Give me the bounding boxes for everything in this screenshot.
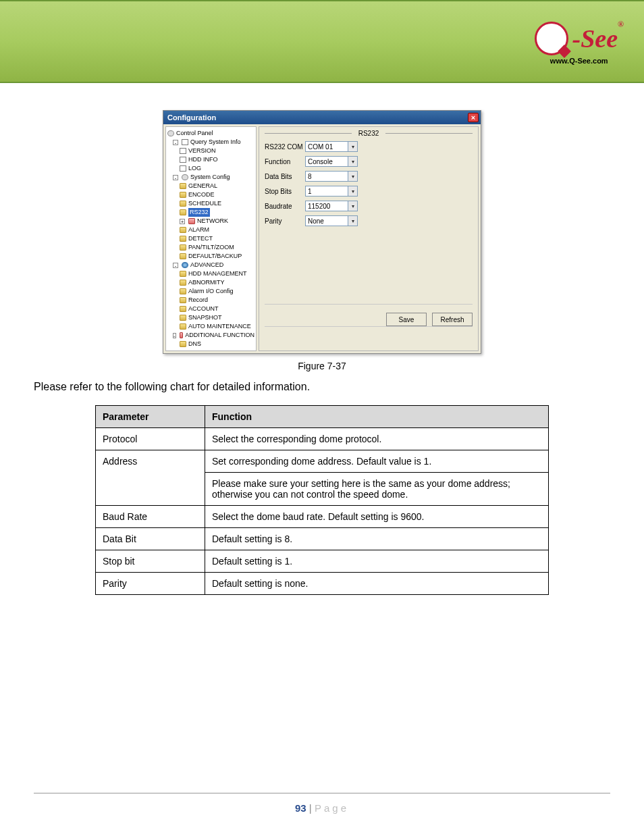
q-logo-icon <box>535 22 568 55</box>
header-band: -See® www.Q-See.com <box>0 0 644 83</box>
tree-item[interactable]: DEFAULT/BACKUP <box>180 252 254 261</box>
tree-item-label: SCHEDULE <box>188 199 221 208</box>
rs232-com-select[interactable]: COM 01 ▾ <box>305 141 358 152</box>
tree-item[interactable]: DETECT <box>180 234 254 243</box>
tree-item-label: ADDITIONAL FUNCTION <box>185 331 254 340</box>
parameter-table: Parameter Function Protocol Select the c… <box>95 405 549 595</box>
tree-item[interactable]: ABNORMITY <box>180 278 254 287</box>
tree-item[interactable]: VERSION <box>180 147 254 155</box>
nav-tree[interactable]: Control Panel -Query System InfoVERSIONH… <box>165 126 257 351</box>
tree-item-label: RS232 <box>188 208 210 217</box>
tree-item[interactable]: -ADVANCED <box>173 261 254 269</box>
folder-icon <box>180 244 186 251</box>
tree-item[interactable]: Record <box>180 296 254 305</box>
table-header-parameter: Parameter <box>96 406 205 428</box>
parity-select[interactable]: None ▾ <box>305 215 358 226</box>
panel-group-title: RS232 <box>352 130 386 137</box>
tree-item[interactable]: AUTO MAINTENANCE <box>180 322 254 331</box>
collapse-icon[interactable]: - <box>173 175 178 180</box>
tree-item[interactable]: LOG <box>180 164 254 173</box>
folder-icon <box>180 192 186 198</box>
tree-item-label: SNAPSHOT <box>188 313 222 322</box>
table-row: Stop bit Default setting is 1. <box>96 550 549 573</box>
collapse-icon[interactable]: - <box>173 140 178 145</box>
folder-icon <box>180 323 186 330</box>
function-select[interactable]: Console ▾ <box>305 156 358 167</box>
tree-item[interactable]: Alarm I/O Config <box>180 287 254 296</box>
baudrate-select[interactable]: 115200 ▾ <box>305 201 358 211</box>
tree-item[interactable]: RS232 <box>180 208 254 217</box>
folder-icon <box>180 201 186 207</box>
tree-item-label: DEFAULT/BACKUP <box>188 252 242 261</box>
tree-item-label: ALARM <box>188 226 209 234</box>
tree-item-label: System Config <box>190 173 230 182</box>
databits-label: Data Bits <box>265 173 305 180</box>
window-titlebar[interactable]: Configuration × <box>163 111 481 124</box>
stopbits-select[interactable]: 1 ▾ <box>305 186 358 197</box>
tree-item-label: DNS <box>188 340 201 348</box>
tree-item[interactable]: SNAPSHOT <box>180 313 254 322</box>
expand-icon[interactable]: + <box>180 219 185 224</box>
tree-item-label: LOG <box>188 164 201 173</box>
collapse-icon[interactable]: - <box>173 263 178 268</box>
chevron-down-icon: ▾ <box>348 216 357 226</box>
logo-text: -See® <box>572 24 624 53</box>
tree-item[interactable]: ENCODE <box>180 190 254 199</box>
tree-item[interactable]: DNS <box>180 340 254 348</box>
tree-item[interactable]: -ADDITIONAL FUNCTION <box>173 331 254 340</box>
tree-root-label: Control Panel <box>176 129 213 138</box>
table-row: Address Set corresponding dome address. … <box>96 450 549 473</box>
figure-caption: Figure 7-37 <box>34 361 610 371</box>
baudrate-label: Baudrate <box>265 203 305 210</box>
logo-url: www.Q-See.com <box>550 57 608 65</box>
brand-logo: -See® www.Q-See.com <box>535 22 624 65</box>
tree-item-label: VERSION <box>188 147 216 155</box>
collapse-icon[interactable]: - <box>173 333 176 338</box>
tree-item-label: AUTO MAINTENANCE <box>188 322 251 331</box>
table-header-function: Function <box>205 406 549 428</box>
close-icon[interactable]: × <box>468 113 479 122</box>
tree-item[interactable]: ACCOUNT <box>180 305 254 313</box>
intro-text: Please refer to the following chart for … <box>34 381 610 393</box>
tree-item[interactable]: PAN/TILT/ZOOM <box>180 243 254 252</box>
table-row: Data Bit Default setting is 8. <box>96 528 549 550</box>
databits-select[interactable]: 8 ▾ <box>305 171 358 182</box>
save-button[interactable]: Save <box>386 313 427 326</box>
rs232-panel: RS232 RS232 COM COM 01 ▾ Function Cons <box>259 126 479 351</box>
tree-item-label: DETECT <box>188 234 213 243</box>
folder-icon <box>180 288 186 294</box>
tree-item[interactable]: -System Config <box>173 173 254 182</box>
configuration-window: Configuration × Control Panel -Query Sys… <box>163 110 481 354</box>
tree-item-label: ADVANCED <box>190 261 223 269</box>
tree-item-label: PAN/TILT/ZOOM <box>188 243 234 252</box>
tree-item[interactable]: HDD MANAGEMENT <box>180 269 254 278</box>
sheet-icon <box>180 157 186 163</box>
tree-item[interactable]: GENERAL <box>180 182 254 190</box>
folder-icon <box>180 271 186 277</box>
tree-item[interactable]: ALARM <box>180 226 254 234</box>
tree-item-label: ABNORMITY <box>188 278 225 287</box>
tree-item[interactable]: HDD INFO <box>180 155 254 164</box>
folder-icon <box>180 341 186 347</box>
folder-icon <box>180 183 186 189</box>
tree-item-label: NETWORK <box>197 217 228 226</box>
tree-item[interactable]: +NETWORK <box>180 217 254 226</box>
footer-line <box>34 793 610 793</box>
folder-icon <box>180 253 186 259</box>
table-row: Baud Rate Select the dome baud rate. Def… <box>96 506 549 528</box>
globe-icon <box>182 262 188 268</box>
tree-item[interactable]: SCHEDULE <box>180 199 254 208</box>
folder-icon <box>180 297 186 303</box>
function-label: Function <box>265 158 305 165</box>
stopbits-label: Stop Bits <box>265 188 305 195</box>
parity-label: Parity <box>265 217 305 225</box>
refresh-button[interactable]: Refresh <box>432 313 473 326</box>
tree-item[interactable]: -Query System Info <box>173 138 254 147</box>
page-label: Page <box>315 802 349 814</box>
window-title: Configuration <box>167 113 216 122</box>
chevron-down-icon: ▾ <box>348 201 357 211</box>
folder-icon <box>180 306 186 312</box>
chevron-down-icon: ▾ <box>348 142 357 151</box>
gear-icon <box>167 130 174 136</box>
tree-item-label: Query System Info <box>190 138 241 147</box>
